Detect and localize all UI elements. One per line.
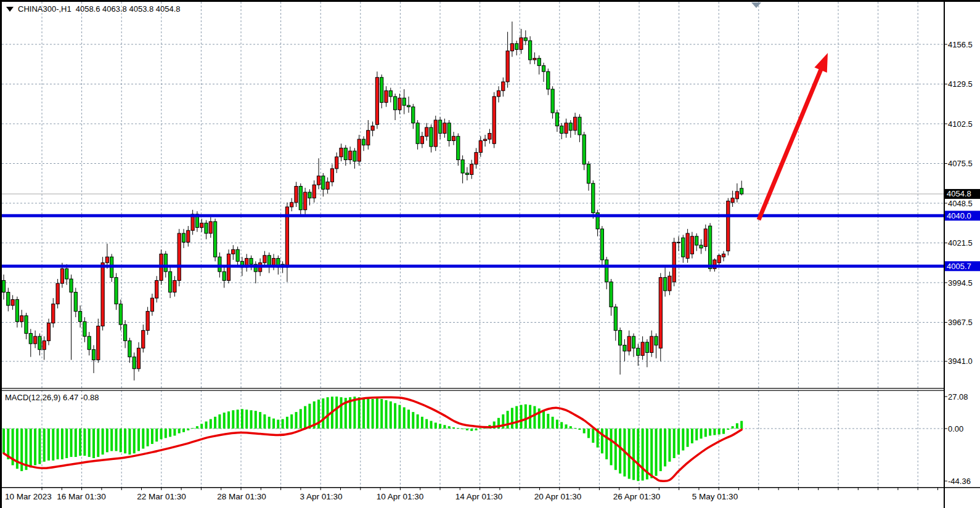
macd-tick-label: 0.00 — [948, 424, 963, 433]
symbol-period-label: CHINA300-,H1 — [18, 4, 71, 14]
price-tick-label: 3967.5 — [948, 318, 973, 327]
time-axis-label: 5 May 01:30 — [692, 492, 738, 501]
grid-lines — [2, 2, 944, 487]
macd-tick-label: 27.08 — [948, 392, 968, 401]
time-scale[interactable]: 10 Mar 202316 Mar 01:3022 Mar 01:3028 Ma… — [5, 488, 938, 501]
price-tick-label: 4102.5 — [948, 119, 973, 129]
symbol-dropdown-icon[interactable] — [6, 7, 14, 12]
price-tick-label: 4129.5 — [948, 79, 973, 89]
price-tick-label: 4156.5 — [948, 40, 973, 49]
macd-indicator-label: MACD(12,26,9) 6.47 -0.88 — [5, 393, 99, 402]
ohlc-readout: 4058.6 4063.8 4053.8 4054.8 — [76, 4, 181, 14]
chart-title-bar: CHINA300-,H1 4058.6 4063.8 4053.8 4054.8 — [6, 4, 181, 14]
svg-text:4054.8: 4054.8 — [947, 189, 971, 198]
time-axis-label: 16 Mar 01:30 — [57, 492, 106, 501]
price-tick-label: 3941.0 — [948, 357, 973, 366]
price-tick-label: 4048.5 — [948, 199, 973, 208]
price-tick-label: 4021.5 — [948, 238, 973, 248]
time-axis-label: 10 Mar 2023 — [5, 492, 52, 501]
chart-window: 4156.54129.54102.54075.54048.54021.53994… — [0, 0, 980, 508]
svg-text:4005.7: 4005.7 — [947, 262, 971, 271]
hline-price-tag: 4005.7 — [945, 261, 980, 271]
hline-price-tag: 4040.0 — [945, 211, 980, 220]
time-axis-label: 28 Mar 01:30 — [217, 492, 266, 501]
price-tick-label: 4075.5 — [948, 159, 973, 168]
time-axis-label: 20 Apr 01:30 — [534, 492, 582, 501]
chart-surface[interactable]: 4156.54129.54102.54075.54048.54021.53994… — [0, 0, 980, 508]
svg-text:4040.0: 4040.0 — [947, 211, 971, 220]
time-axis-label: 10 Apr 01:30 — [377, 492, 424, 501]
price-tick-label: 3994.5 — [948, 278, 973, 288]
time-axis-label: 26 Apr 01:30 — [613, 492, 661, 501]
trend-arrow-object[interactable] — [759, 53, 828, 220]
time-axis-label: 14 Apr 01:30 — [455, 492, 503, 501]
macd-pane — [4, 397, 741, 481]
macd-tick-label: -44.36 — [948, 477, 971, 486]
candles-layer — [2, 22, 743, 381]
current-price-tag: 4054.8 — [945, 189, 980, 199]
time-axis-label: 3 Apr 01:30 — [300, 492, 342, 501]
time-axis-label: 22 Mar 01:30 — [137, 492, 186, 501]
scroll-shift-marker-icon[interactable] — [751, 2, 761, 8]
